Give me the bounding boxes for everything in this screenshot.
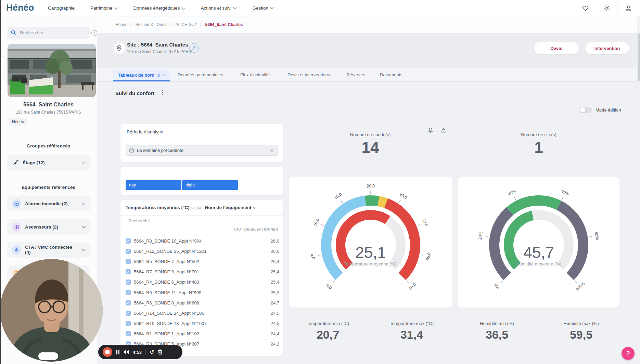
site-title: Site : 5664_Saint Charles xyxy=(127,42,188,48)
svg-text:0%: 0% xyxy=(493,283,501,290)
checkbox[interactable]: ✓ xyxy=(126,300,131,306)
sidebar-item-etage[interactable]: Étage (12) xyxy=(7,155,90,170)
sidebar-item-alarme-incendie[interactable]: Alarme incendie (2) xyxy=(7,196,90,211)
checkbox[interactable]: ✓ xyxy=(126,331,131,336)
svg-text:20,0: 20,0 xyxy=(367,184,375,188)
temp-max-stat: Température max (°C) 31,4 xyxy=(374,321,449,341)
edit-pen-icon[interactable] xyxy=(189,43,199,53)
tab-flux-actualite[interactable]: Flux d'actualité xyxy=(240,68,270,81)
svg-text:35,0: 35,0 xyxy=(425,252,432,261)
checkbox[interactable]: ✓ xyxy=(126,290,131,295)
search-input[interactable] xyxy=(19,30,79,36)
checkbox[interactable]: ✓ xyxy=(126,238,131,244)
clear-icon[interactable]: ✕ xyxy=(270,148,274,153)
kebab-menu-icon[interactable]: ⋮ xyxy=(159,89,165,96)
checkbox[interactable]: ✓ xyxy=(126,311,131,316)
period-select-value: La semaine précédente xyxy=(137,148,267,153)
toggle-knob xyxy=(580,107,585,113)
night-button[interactable]: night xyxy=(182,180,238,190)
breadcrumb-alice-guy[interactable]: ALICE GUY xyxy=(175,22,197,27)
divider xyxy=(7,136,90,136)
webcam-overlay[interactable] xyxy=(0,259,103,362)
checkbox[interactable]: ✓ xyxy=(126,259,131,264)
scrollbar-thumb[interactable] xyxy=(638,33,640,81)
chevron-down-icon xyxy=(182,5,185,9)
deselect-all-link[interactable]: TOUT DÉSELECTIONNER xyxy=(233,228,278,231)
bell-icon[interactable] xyxy=(427,126,434,133)
dashboard-title: Suivi du confort xyxy=(115,90,154,96)
stop-record-button[interactable] xyxy=(103,347,112,357)
svg-text:Température moyenne (°C): Température moyenne (°C) xyxy=(344,261,398,266)
sensor-row: ✓5664_R1_SONDE 1_Appt N°10224,4 xyxy=(126,329,279,339)
elevator-icon xyxy=(12,222,21,232)
sensor-row: ✓5664_R6_SONDE 8_Appt N°60824,7 xyxy=(126,298,279,308)
nav-cartographie[interactable]: Cartographie xyxy=(48,5,75,11)
humidity-min-stat: Humidité min (%) 36,5 xyxy=(459,321,535,341)
breadcrumb-current: 5664_Saint Charles xyxy=(205,22,243,27)
download-icon[interactable] xyxy=(440,126,447,133)
tab-tableaux-de-bord[interactable]: Tableaux de bord 3 xyxy=(113,70,170,80)
checkbox[interactable]: ✓ xyxy=(126,269,131,274)
temp-min-stat: Température min (°C) 20,7 xyxy=(290,321,366,341)
sidebar-item-cta-vmc[interactable]: ✻ CTA / VMC connectée (4) xyxy=(7,242,90,258)
checkbox[interactable]: ✓ xyxy=(126,249,131,254)
sensor-row: ✓5664_R12_SONDE 15_Appt N°120126,6 xyxy=(126,246,279,256)
group-by-dropdown[interactable]: Nom de l'équipement xyxy=(205,205,252,210)
user-account-icon[interactable] xyxy=(624,4,632,12)
settings-gear-icon[interactable] xyxy=(603,4,611,12)
nav-patrimoine[interactable]: Patrimoine xyxy=(90,5,118,11)
svg-text:40,0: 40,0 xyxy=(408,282,417,291)
info-icon[interactable]: i xyxy=(91,30,97,36)
site-header: Site : 5664_Saint Charles 193 rue Saint … xyxy=(97,33,640,68)
tab-documents[interactable]: Documents xyxy=(380,68,402,81)
metric-dropdown[interactable]: Températures moyennes (°C) xyxy=(126,205,190,210)
tab-reserves[interactable]: Réserves xyxy=(346,68,365,81)
breadcrumb-heneo[interactable]: Hénéo xyxy=(115,22,127,27)
site-photo xyxy=(8,44,96,97)
restart-icon[interactable]: ↺ xyxy=(150,349,154,355)
stairs-icon xyxy=(12,159,19,166)
nav-gestion[interactable]: Gestion xyxy=(252,5,273,11)
favorites-heart-icon[interactable] xyxy=(581,4,589,12)
nav-donnees-energetiques[interactable]: Données énergétiques xyxy=(133,5,185,11)
devis-button[interactable]: Devis xyxy=(534,42,579,54)
trash-icon[interactable] xyxy=(158,349,163,355)
nav-actions-et-suivi[interactable]: Actions et suivi xyxy=(201,5,236,11)
pause-button[interactable] xyxy=(116,350,119,354)
recording-time: 4:53 xyxy=(133,350,142,355)
sensor-search-input[interactable] xyxy=(128,218,232,224)
day-button[interactable]: day xyxy=(126,180,181,190)
svg-text:60%: 60% xyxy=(561,188,570,197)
checkbox[interactable]: ✓ xyxy=(126,321,131,326)
help-button[interactable]: ? xyxy=(622,347,635,360)
svg-text:30,0: 30,0 xyxy=(421,218,429,227)
sidebar-item-ascenseurs[interactable]: Ascenseurs (2) xyxy=(7,219,90,235)
intervention-button[interactable]: Intervention xyxy=(585,42,629,54)
period-select[interactable]: La semaine précédente ✕ xyxy=(126,145,278,156)
tab-count-badge: 3 xyxy=(157,73,159,78)
heneo-logo[interactable]: Hénéo xyxy=(6,2,34,13)
divider xyxy=(639,0,639,16)
rewind-icon[interactable] xyxy=(123,350,129,354)
webcam-handle[interactable] xyxy=(38,352,58,360)
top-navigation-bar: Hénéo Cartographie Patrimoine Données én… xyxy=(0,0,640,16)
svg-text:0,0: 0,0 xyxy=(325,283,333,290)
breadcrumb-secteur[interactable]: Secteur 3 - Ouest xyxy=(135,22,167,27)
calendar-icon xyxy=(129,148,134,153)
sensor-rows: ✓5664_R8_SONDE 10_Appt N°80426,9 ✓5664_R… xyxy=(126,236,279,349)
sensor-row: ✓5664_R9_SONDE 11_Appt N°90925,3 xyxy=(126,287,279,298)
temperature-gauge-card: 0,05,010,015,020,025,030,035,040,025,1Te… xyxy=(289,177,452,308)
checkbox[interactable]: ✓ xyxy=(126,280,131,285)
sensor-list-card: Températures moyennes (°C) par Nom de l'… xyxy=(120,200,283,356)
edit-mode-toggle[interactable] xyxy=(579,107,592,113)
svg-text:25,0: 25,0 xyxy=(399,192,408,200)
chevron-down-icon xyxy=(82,201,86,205)
svg-text:15,0: 15,0 xyxy=(333,192,343,200)
chevron-down-icon xyxy=(82,224,86,228)
tab-devis-interventions[interactable]: Devis et interventions xyxy=(287,68,330,81)
groups-heading: Groupes référencés xyxy=(0,143,97,148)
sonde-count-value: 14 xyxy=(329,138,411,157)
sensor-row: ✓5664_R14_SONDE 14_Appt N°10624,5 xyxy=(126,308,279,318)
tab-donnees-patrimoniales[interactable]: Données patrimoniales xyxy=(178,68,223,81)
svg-text:40%: 40% xyxy=(507,188,517,197)
